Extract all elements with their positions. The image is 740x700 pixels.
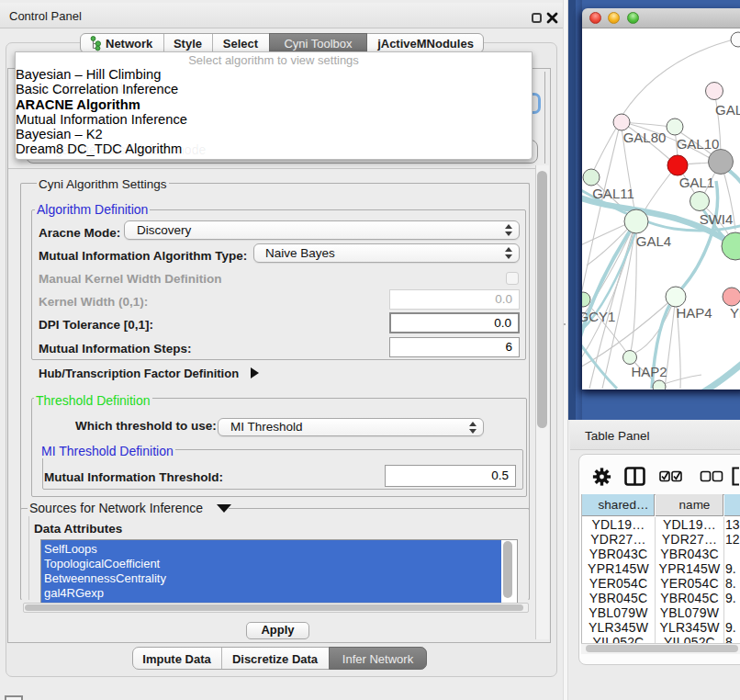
svg-text:SWI4: SWI4	[700, 211, 734, 227]
svg-text:GAL11: GAL11	[592, 186, 634, 201]
svg-text:HAP4: HAP4	[676, 305, 712, 321]
svg-text:HAP2: HAP2	[631, 364, 667, 379]
svg-text:YM: YM	[730, 305, 740, 321]
svg-text:GCY1: GCY1	[582, 309, 615, 324]
svg-text:GAL80: GAL80	[623, 130, 667, 145]
svg-text:GAL10: GAL10	[677, 136, 720, 152]
svg-text:GAL2: GAL2	[715, 102, 740, 118]
svg-text:GAL4: GAL4	[636, 233, 671, 249]
svg-text:GAL1: GAL1	[679, 175, 714, 190]
